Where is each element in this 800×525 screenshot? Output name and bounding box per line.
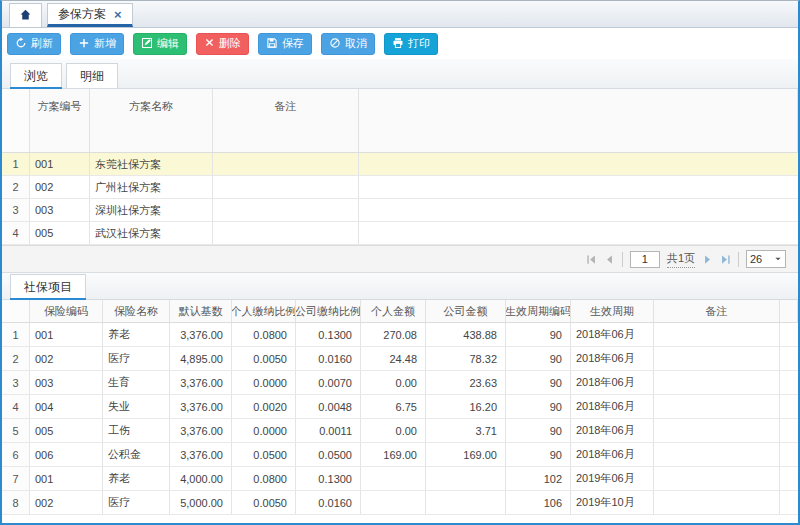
insurance-code-cell[interactable]: 004 [30,395,103,418]
plan-remark-cell[interactable] [213,222,359,244]
period-cell[interactable]: 2018年06月 [571,395,654,418]
tab-social-insurance-items[interactable]: 社保项目 [10,274,86,299]
plan-code-cell[interactable]: 003 [30,199,90,221]
cancel-button[interactable]: 取消 [321,33,375,55]
close-icon[interactable]: × [114,8,122,21]
insurance-name-cell[interactable]: 养老 [103,323,170,346]
insurance-name-cell[interactable]: 工伤 [103,419,170,442]
items-table-row[interactable]: 7001养老4,000.000.08000.13001022019年06月 [2,467,798,491]
home-tab[interactable] [9,3,42,27]
items-table-row[interactable]: 1001养老3,376.000.08000.1300270.08438.8890… [2,323,798,347]
plan-name-cell[interactable]: 东莞社保方案 [90,153,213,175]
company-ratio-cell[interactable]: 0.0500 [296,443,361,466]
insurance-code-cell[interactable]: 006 [30,443,103,466]
remark-cell[interactable] [654,467,780,490]
default-base-cell[interactable]: 3,376.00 [170,371,232,394]
personal-amount-cell[interactable]: 169.00 [361,443,426,466]
company-ratio-cell[interactable]: 0.1300 [296,467,361,490]
insurance-code-cell[interactable]: 002 [30,347,103,370]
delete-button[interactable]: 删除 [196,33,249,55]
edit-button[interactable]: 编辑 [133,33,187,55]
default-base-cell[interactable]: 3,376.00 [170,443,232,466]
insurance-code-cell[interactable]: 003 [30,371,103,394]
items-table-row[interactable]: 3003生育3,376.000.00000.00700.0023.6390201… [2,371,798,395]
period-cell[interactable]: 2018年06月 [571,419,654,442]
personal-ratio-cell[interactable]: 0.0500 [232,443,296,466]
plan-name-cell[interactable]: 深圳社保方案 [90,199,213,221]
company-amount-cell[interactable] [426,467,506,490]
add-button[interactable]: 新增 [70,33,124,55]
default-base-cell[interactable]: 5,000.00 [170,491,232,514]
remark-cell[interactable] [654,347,780,370]
plan-table-row[interactable]: 3003深圳社保方案 [2,199,798,222]
personal-ratio-cell[interactable]: 0.0000 [232,419,296,442]
remark-cell[interactable] [654,419,780,442]
company-ratio-cell[interactable]: 0.0048 [296,395,361,418]
items-table-row[interactable]: 5005工伤3,376.000.00000.00110.003.71902018… [2,419,798,443]
row-number-cell[interactable]: 3 [2,199,30,221]
period-code-cell[interactable]: 90 [506,323,571,346]
page-number-input[interactable] [630,251,660,268]
items-table-row[interactable]: 8002医疗5,000.000.00500.01601062019年10月 [2,491,798,515]
plan-remark-cell[interactable] [213,176,359,198]
period-code-cell[interactable]: 102 [506,467,571,490]
personal-ratio-cell[interactable]: 0.0020 [232,395,296,418]
company-ratio-cell[interactable]: 0.1300 [296,323,361,346]
personal-amount-cell[interactable]: 24.48 [361,347,426,370]
company-amount-cell[interactable]: 16.20 [426,395,506,418]
plan-table-row[interactable]: 4005武汉社保方案 [2,222,798,245]
tab-insurance-plan[interactable]: 参保方案 × [47,3,133,27]
personal-ratio-cell[interactable]: 0.0050 [232,347,296,370]
period-code-cell[interactable]: 90 [506,395,571,418]
period-code-cell[interactable]: 90 [506,443,571,466]
company-ratio-cell[interactable]: 0.0011 [296,419,361,442]
company-amount-cell[interactable]: 438.88 [426,323,506,346]
personal-amount-cell[interactable]: 270.08 [361,323,426,346]
page-size-select[interactable]: 26 [746,250,786,268]
company-ratio-cell[interactable]: 0.0160 [296,491,361,514]
items-table-row[interactable]: 6006公积金3,376.000.05000.0500169.00169.009… [2,443,798,467]
remark-cell[interactable] [654,443,780,466]
items-table-row[interactable]: 2002医疗4,895.000.00500.016024.4878.329020… [2,347,798,371]
row-number-cell[interactable]: 4 [2,395,30,418]
row-number-cell[interactable]: 1 [2,153,30,175]
company-ratio-cell[interactable]: 0.0160 [296,347,361,370]
last-page-icon[interactable] [720,254,731,265]
insurance-name-cell[interactable]: 公积金 [103,443,170,466]
personal-amount-cell[interactable] [361,467,426,490]
row-number-cell[interactable]: 6 [2,443,30,466]
personal-amount-cell[interactable]: 0.00 [361,371,426,394]
personal-ratio-cell[interactable]: 0.0000 [232,371,296,394]
tab-browse[interactable]: 浏览 [10,63,62,88]
personal-ratio-cell[interactable]: 0.0050 [232,491,296,514]
period-code-cell[interactable]: 106 [506,491,571,514]
period-cell[interactable]: 2018年06月 [571,371,654,394]
company-ratio-cell[interactable]: 0.0070 [296,371,361,394]
period-cell[interactable]: 2018年06月 [571,347,654,370]
personal-ratio-cell[interactable]: 0.0800 [232,323,296,346]
company-amount-cell[interactable] [426,491,506,514]
period-code-cell[interactable]: 90 [506,371,571,394]
plan-name-cell[interactable]: 武汉社保方案 [90,222,213,244]
row-number-cell[interactable]: 8 [2,491,30,514]
row-number-cell[interactable]: 3 [2,371,30,394]
remark-cell[interactable] [654,395,780,418]
default-base-cell[interactable]: 4,895.00 [170,347,232,370]
insurance-code-cell[interactable]: 005 [30,419,103,442]
row-number-cell[interactable]: 7 [2,467,30,490]
personal-amount-cell[interactable]: 6.75 [361,395,426,418]
row-number-cell[interactable]: 5 [2,419,30,442]
personal-ratio-cell[interactable]: 0.0800 [232,467,296,490]
company-amount-cell[interactable]: 23.63 [426,371,506,394]
next-page-icon[interactable] [702,254,713,265]
insurance-code-cell[interactable]: 001 [30,467,103,490]
period-code-cell[interactable]: 90 [506,419,571,442]
company-amount-cell[interactable]: 3.71 [426,419,506,442]
plan-table-row[interactable]: 1001东莞社保方案 [2,153,798,176]
plan-remark-cell[interactable] [213,199,359,221]
default-base-cell[interactable]: 3,376.00 [170,323,232,346]
plan-code-cell[interactable]: 005 [30,222,90,244]
company-amount-cell[interactable]: 169.00 [426,443,506,466]
personal-amount-cell[interactable]: 0.00 [361,419,426,442]
plan-code-cell[interactable]: 002 [30,176,90,198]
